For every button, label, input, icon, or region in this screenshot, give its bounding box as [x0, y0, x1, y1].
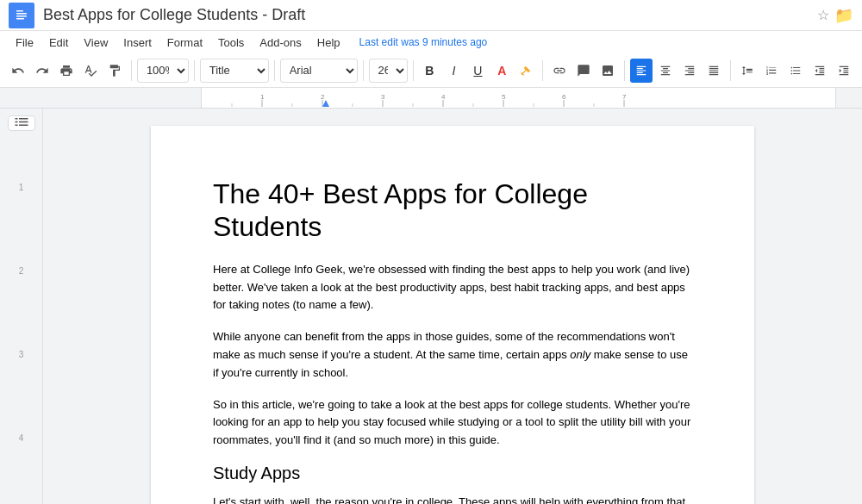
justify-button[interactable] [703, 59, 725, 83]
style-select[interactable]: Title Normal text Heading 1 Heading 2 [200, 59, 269, 83]
document-scroll-area[interactable]: The 40+ Best Apps for College Students H… [43, 109, 862, 504]
ruler-left-margin [0, 88, 201, 109]
folder-icon[interactable]: 📁 [834, 6, 853, 25]
svg-text:5: 5 [502, 93, 506, 101]
zoom-select[interactable]: 100% 75% 125% [137, 59, 189, 83]
line-spacing-button[interactable] [736, 59, 759, 83]
document-paragraph-3: So in this article, we're going to take … [213, 396, 692, 450]
ruler-right [836, 88, 862, 109]
svg-rect-32 [15, 125, 17, 127]
menu-help[interactable]: Help [310, 34, 347, 51]
menu-tools[interactable]: Tools [211, 34, 251, 51]
divider-3 [274, 60, 275, 81]
undo-button[interactable] [7, 59, 29, 83]
italic-button[interactable]: I [442, 59, 465, 83]
margin-num-4: 4 [19, 433, 24, 443]
title-bar: Best Apps for College Students - Draft ☆… [0, 0, 862, 31]
decrease-indent-button[interactable] [809, 59, 831, 83]
margin-numbers: 1 2 3 4 5 [19, 183, 24, 504]
svg-rect-29 [19, 118, 28, 120]
paint-format-button[interactable] [103, 59, 126, 83]
menu-view[interactable]: View [77, 34, 115, 51]
document-paragraph-2: While anyone can benefit from the apps i… [213, 328, 692, 382]
link-button[interactable] [548, 59, 571, 83]
star-icon[interactable]: ☆ [817, 7, 829, 23]
divider-7 [624, 60, 625, 81]
align-right-button[interactable] [678, 59, 701, 83]
document-main-heading: The 40+ Best Apps for College Students [213, 177, 692, 244]
menu-file[interactable]: File [9, 34, 41, 51]
svg-text:1: 1 [260, 93, 265, 101]
font-size-select[interactable]: 26 10 12 14 18 [369, 59, 408, 83]
font-color-button[interactable]: A [490, 59, 513, 83]
underline-button[interactable]: U [466, 59, 489, 83]
print-button[interactable] [55, 59, 78, 83]
menu-edit[interactable]: Edit [42, 34, 75, 51]
margin-num-3: 3 [19, 350, 24, 359]
divider-4 [363, 60, 364, 81]
increase-indent-button[interactable] [833, 59, 855, 83]
svg-rect-30 [15, 121, 17, 123]
svg-text:6: 6 [562, 93, 566, 101]
svg-rect-28 [15, 118, 17, 120]
align-left-button[interactable] [630, 59, 653, 83]
divider-1 [131, 60, 132, 81]
menu-bar: File Edit View Insert Format Tools Add-o… [0, 31, 862, 53]
document-paragraph-4: Let's start with, well, the reason you'r… [213, 494, 692, 504]
divider-2 [194, 60, 195, 81]
left-sidebar: 1 2 3 4 5 [0, 109, 43, 504]
margin-num-2: 2 [19, 266, 24, 276]
svg-text:2: 2 [321, 93, 325, 101]
document-subheading-study: Study Apps [213, 464, 692, 483]
google-docs-icon [9, 3, 34, 28]
svg-text:4: 4 [441, 93, 446, 101]
bullet-list-button[interactable] [784, 59, 807, 83]
menu-format[interactable]: Format [160, 34, 209, 51]
svg-rect-4 [16, 18, 24, 20]
svg-rect-1 [16, 10, 23, 12]
svg-rect-3 [16, 16, 27, 17]
main-layout: 1 2 3 4 5 The 40+ Best Apps for College … [0, 109, 862, 504]
italic-text: only [570, 348, 590, 361]
document-page: The 40+ Best Apps for College Students H… [151, 126, 754, 504]
redo-button[interactable] [31, 59, 53, 83]
last-edit-text: Last edit was 9 minutes ago [359, 36, 488, 48]
numbered-list-button[interactable] [760, 59, 783, 83]
svg-rect-2 [16, 13, 27, 15]
svg-text:7: 7 [622, 93, 627, 101]
toolbar: 100% 75% 125% Title Normal text Heading … [0, 53, 862, 88]
svg-rect-31 [19, 121, 28, 123]
highlight-button[interactable] [515, 59, 537, 83]
menu-insert[interactable]: Insert [116, 34, 159, 51]
svg-text:3: 3 [381, 93, 385, 101]
document-paragraph-1: Here at College Info Geek, we're obsesse… [213, 261, 692, 314]
margin-num-1: 1 [19, 183, 24, 192]
bold-button[interactable]: B [418, 59, 440, 83]
divider-8 [730, 60, 731, 81]
svg-rect-5 [202, 88, 835, 109]
divider-5 [413, 60, 414, 81]
document-title: Best Apps for College Students - Draft [43, 6, 810, 24]
align-center-button[interactable] [654, 59, 677, 83]
spellcheck-button[interactable] [79, 59, 102, 83]
image-button[interactable] [597, 59, 619, 83]
divider-6 [542, 60, 543, 81]
ruler-container: 1 2 3 4 5 6 7 [0, 88, 862, 109]
outline-toggle-button[interactable] [8, 115, 35, 131]
svg-rect-33 [19, 125, 28, 127]
menu-addons[interactable]: Add-ons [253, 34, 308, 51]
comment-button[interactable] [572, 59, 595, 83]
font-select[interactable]: Arial Times New Roman Verdana [280, 59, 358, 83]
ruler: 1 2 3 4 5 6 7 [201, 88, 836, 109]
